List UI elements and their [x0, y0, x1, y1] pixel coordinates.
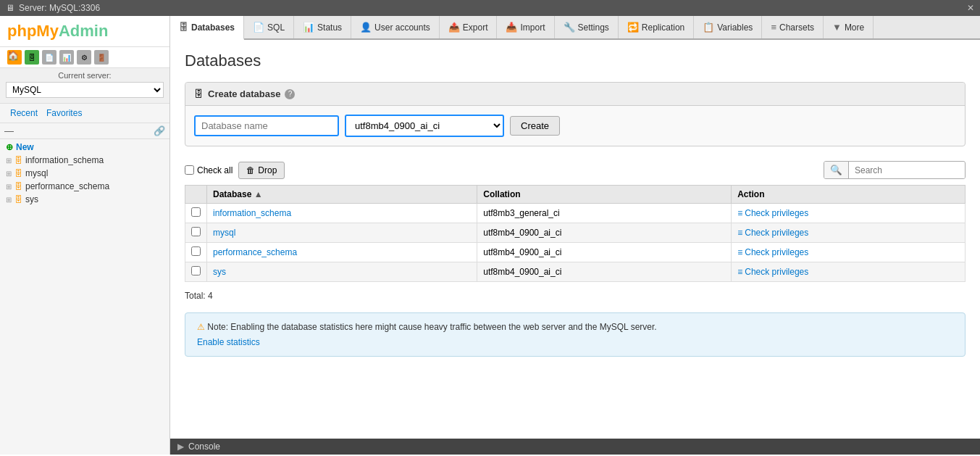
- tab-settings[interactable]: 🔧 Settings: [555, 16, 619, 38]
- sidebar-item-new[interactable]: ⊕ New: [0, 141, 169, 154]
- row-checkbox-cell: [185, 243, 207, 262]
- row-checkbox-2[interactable]: [191, 246, 201, 256]
- db-icon-mysql: 🗄: [14, 169, 22, 178]
- settings-tab-icon: 🔧: [564, 22, 575, 33]
- sidebar-item-sys[interactable]: ⊞ 🗄 sys: [0, 193, 169, 206]
- tab-favorites[interactable]: Favorites: [42, 107, 86, 120]
- tab-export-label: Export: [463, 22, 488, 33]
- sidebar-logo: phpMyAdmin: [0, 16, 169, 47]
- row-checkbox-cell: [185, 223, 207, 243]
- db-name-mysql: mysql: [25, 168, 48, 178]
- sql-icon[interactable]: 📄: [42, 50, 56, 65]
- db-icon-sys: 🗄: [14, 195, 22, 204]
- warning-icon: ⚠: [197, 322, 205, 332]
- current-server-label: Current server: MySQL: [0, 68, 169, 104]
- db-name-link-1[interactable]: mysql: [213, 228, 235, 238]
- logo-php: php: [7, 22, 36, 40]
- db-name-link-0[interactable]: information_schema: [213, 208, 291, 218]
- tab-export[interactable]: 📤 Export: [440, 16, 498, 38]
- check-privileges-link-3[interactable]: ≡ Check privileges: [737, 267, 808, 277]
- page-title: Databases: [185, 51, 966, 70]
- create-db-header-text: Create database: [208, 88, 280, 99]
- sidebar-item-information-schema[interactable]: ⊞ 🗄 information_schema: [0, 154, 169, 167]
- row-checkbox-3[interactable]: [191, 266, 201, 275]
- tab-charsets-label: Charsets: [779, 22, 814, 33]
- databases-icon[interactable]: 🗄: [25, 50, 39, 65]
- db-icon-performance-schema: 🗄: [14, 182, 22, 191]
- server-select[interactable]: MySQL: [6, 82, 164, 98]
- check-all-checkbox[interactable]: [185, 165, 194, 175]
- create-database-header: 🗄 Create database ?: [185, 83, 965, 106]
- tab-replication[interactable]: 🔁 Replication: [619, 16, 694, 38]
- export-tab-icon: 📤: [448, 22, 460, 33]
- db-name-link-2[interactable]: performance_schema: [213, 247, 297, 257]
- sort-arrow-icon: ▲: [254, 189, 263, 199]
- logout-icon[interactable]: 🚪: [94, 50, 109, 65]
- window-close-icon[interactable]: ✕: [967, 3, 974, 13]
- tab-charsets[interactable]: ≡ Charsets: [762, 16, 824, 38]
- databases-tab-icon: 🗄: [179, 22, 188, 33]
- tab-more[interactable]: ▼ More: [824, 16, 874, 38]
- tab-variables[interactable]: 📋 Variables: [694, 16, 762, 38]
- sidebar-tree: ⊕ New ⊞ 🗄 information_schema ⊞ 🗄 mysql ⊞…: [0, 139, 169, 455]
- check-all-label[interactable]: Check all: [185, 165, 233, 175]
- tab-user-accounts-label: User accounts: [374, 22, 430, 33]
- check-privileges-icon-3: ≡: [737, 267, 742, 277]
- col-action-header: Action: [732, 186, 966, 204]
- row-db-name-0: information_schema: [207, 204, 477, 223]
- check-privileges-link-2[interactable]: ≡ Check privileges: [737, 247, 808, 257]
- sidebar-item-performance-schema[interactable]: ⊞ 🗄 performance_schema: [0, 180, 169, 193]
- row-checkbox-1[interactable]: [191, 227, 201, 236]
- check-privileges-link-1[interactable]: ≡ Check privileges: [737, 228, 808, 238]
- db-icon-information-schema: 🗄: [14, 156, 22, 165]
- help-icon[interactable]: ?: [285, 89, 295, 99]
- row-action-3: ≡ Check privileges: [732, 262, 966, 282]
- tab-databases[interactable]: 🗄 Databases: [170, 16, 244, 40]
- new-label: New: [16, 142, 34, 152]
- drop-icon: 🗑: [246, 165, 255, 175]
- home-icon[interactable]: 🏠: [7, 50, 22, 65]
- console-bar[interactable]: ▶ Console: [170, 439, 980, 455]
- logo-my: My: [36, 22, 59, 40]
- import-tab-icon: 📥: [506, 22, 517, 33]
- create-database-button[interactable]: Create: [510, 116, 560, 136]
- charsets-tab-icon: ≡: [771, 22, 776, 33]
- sidebar: phpMyAdmin 🏠 🗄 📄 📊 ⚙ 🚪 Current server: M…: [0, 16, 170, 455]
- drop-button[interactable]: 🗑 Drop: [238, 162, 285, 179]
- tab-variables-label: Variables: [717, 22, 753, 33]
- tab-sql[interactable]: 📄 SQL: [244, 16, 294, 38]
- more-tab-icon: ▼: [832, 22, 842, 33]
- create-database-section: 🗄 Create database ? utf8mb4_0900_ai_ci u…: [185, 82, 966, 146]
- create-db-icon: 🗄: [194, 88, 204, 99]
- collation-select[interactable]: utf8mb4_0900_ai_ci utf8_general_ci utf8m…: [345, 115, 504, 137]
- main-panel: 🗄 Databases 📄 SQL 📊 Status 👤 User accoun…: [170, 16, 980, 455]
- tab-import[interactable]: 📥 Import: [497, 16, 554, 38]
- total-text: Total: 4: [185, 291, 966, 301]
- console-icon: ▶: [177, 442, 184, 452]
- row-db-name-1: mysql: [207, 223, 477, 243]
- drop-button-label: Drop: [258, 165, 277, 175]
- row-checkbox-0[interactable]: [191, 207, 201, 217]
- col-database-header[interactable]: Database ▲: [207, 186, 477, 204]
- new-plus-icon: ⊕: [6, 142, 13, 152]
- search-icon-button[interactable]: 🔍: [824, 162, 849, 178]
- tab-user-accounts[interactable]: 👤 User accounts: [351, 16, 440, 38]
- tab-recent[interactable]: Recent: [6, 107, 42, 120]
- enable-statistics-link[interactable]: Enable statistics: [197, 337, 260, 347]
- collapse-all-button[interactable]: —: [4, 125, 14, 136]
- check-privileges-link-0[interactable]: ≡ Check privileges: [737, 208, 808, 218]
- db-name-link-3[interactable]: sys: [213, 267, 226, 277]
- check-privileges-icon-2: ≡: [737, 247, 742, 257]
- link-icon-button[interactable]: 🔗: [154, 125, 165, 136]
- list-controls-left: Check all 🗑 Drop: [185, 162, 285, 179]
- settings-sidebar-icon[interactable]: ⚙: [77, 50, 91, 65]
- database-name-input[interactable]: [194, 115, 339, 136]
- tab-replication-label: Replication: [642, 22, 684, 33]
- row-checkbox-cell: [185, 204, 207, 223]
- replication-tab-icon: 🔁: [627, 22, 639, 33]
- sidebar-item-mysql[interactable]: ⊞ 🗄 mysql: [0, 167, 169, 180]
- tab-status[interactable]: 📊 Status: [294, 16, 351, 38]
- status-sidebar-icon[interactable]: 📊: [59, 50, 74, 65]
- search-input[interactable]: [849, 162, 965, 178]
- variables-tab-icon: 📋: [703, 22, 714, 33]
